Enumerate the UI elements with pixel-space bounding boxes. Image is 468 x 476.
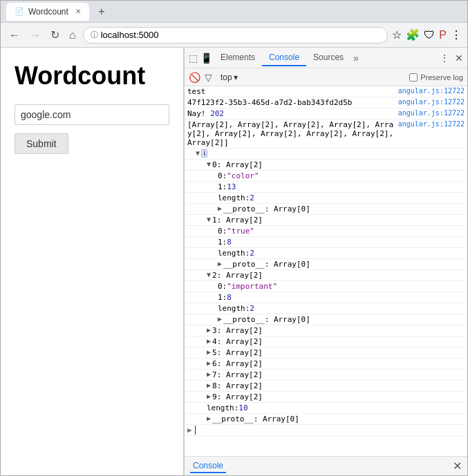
array-item-1: ▼ 1: Array[2] [185,215,467,226]
bottom-console-tab[interactable]: Console [190,459,226,473]
lock-icon: ⓘ [91,30,98,40]
key-label: length: [218,249,250,258]
console-line-uuid: 47f123f2-35b3-465d-a7d2-bab343fd2d5b ang… [185,97,467,108]
extension2-icon[interactable]: 🛡 [424,29,435,41]
address-text: localhost:5000 [101,30,381,40]
submit-button[interactable]: Submit [15,133,68,154]
array-2-length: length: 2 [185,303,467,314]
devtools-inspect-button[interactable]: ⬚ [187,51,199,65]
val-label: 13 [227,182,236,191]
filter-icon[interactable]: ▽ [205,72,212,83]
expand-icon-proto-2[interactable]: ▶ [218,315,222,323]
preserve-log-checkbox[interactable] [409,73,418,82]
forward-button[interactable]: → [27,28,44,43]
val-label: 2 [250,249,254,258]
console-toolbar: 🚫 ▽ top ▾ Preserve log [185,68,467,86]
menu-icon[interactable]: ⋮ [451,28,462,41]
expand-icon-9[interactable]: ▶ [207,392,211,400]
status-code: 202 [210,109,224,118]
bookmark-icon[interactable]: ☆ [392,28,402,41]
key-label: 0: [218,171,227,180]
address-bar[interactable]: ⓘ localhost:5000 [83,27,389,44]
expand-icon-5[interactable]: ▶ [207,348,211,356]
expand-icon-proto-0[interactable]: ▶ [218,204,222,212]
expand-icon-7[interactable]: ▶ [207,370,211,378]
expand-icon-3[interactable]: ▶ [207,326,211,334]
key-label: 1: [218,238,227,247]
array-1-key-0: 0: "true" [185,226,467,237]
clear-console-icon[interactable]: 🚫 [189,72,200,83]
new-tab-button[interactable]: + [93,3,110,20]
tab-elements[interactable]: Elements [214,50,262,66]
tab-close-button[interactable]: ✕ [75,8,81,15]
expand-icon-8[interactable]: ▶ [207,381,211,389]
browser-window: 📄 Wordcount ✕ + ← → ↻ ⌂ ⓘ localhost:5000… [0,0,468,476]
console-source[interactable]: angular.js:12722 [395,87,465,95]
tab-console[interactable]: Console [262,50,306,66]
devtools-tab-bar: ⬚ 📱 Elements Console Sources » ⋮ ✕ [185,48,467,68]
webpage-pane: Wordcount Submit [1,48,184,475]
array-item-9: ▶ 9: Array[2] [185,392,467,403]
expand-icon-6[interactable]: ▶ [207,359,211,367]
proto-label: __proto__: Array[0] [223,260,310,269]
nav-bar: ← → ↻ ⌂ ⓘ localhost:5000 ☆ 🧩 🛡 P ⋮ [1,23,467,48]
array-0-proto: ▶ __proto__: Array[0] [185,204,467,215]
devtools-close-button[interactable]: ✕ [453,51,465,65]
expand-icon-0[interactable]: ▼ [207,160,211,168]
array-index-1: 1: Array[2] [212,216,263,225]
url-input[interactable] [15,104,169,125]
expand-icon-1[interactable]: ▼ [207,216,211,223]
back-button[interactable]: ← [6,28,23,43]
pinterest-icon[interactable]: P [439,29,447,41]
expand-icon-2[interactable]: ▼ [207,271,211,278]
devtools-panel: ⬚ 📱 Elements Console Sources » ⋮ ✕ 🚫 ▽ t… [184,48,467,475]
val-label: "color" [227,171,259,180]
key-label: length: [218,304,250,313]
array-root-length: length: 10 [185,403,467,414]
expand-icon-4[interactable]: ▶ [207,337,211,345]
refresh-button[interactable]: ↻ [48,27,62,43]
array-2-key-0: 0: "important" [185,281,467,292]
home-button[interactable]: ⌂ [66,28,79,43]
key-label: 0: [218,282,227,291]
extension-icon[interactable]: 🧩 [406,28,420,41]
devtools-settings-button[interactable]: ⋮ [438,51,451,65]
bottom-close-button[interactable]: ✕ [453,459,462,473]
context-arrow-icon: ▾ [234,73,238,82]
expand-icon-root-proto[interactable]: ▶ [207,415,211,422]
array-1-proto: ▶ __proto__: Array[0] [185,259,467,270]
array-item-8: ▶ 8: Array[2] [185,381,467,392]
expand-icon-proto-1[interactable]: ▶ [218,260,222,267]
context-selector[interactable]: top ▾ [216,71,242,84]
array-0-length: length: 2 [185,193,467,204]
preserve-log-text: Preserve log [420,73,463,82]
console-source[interactable]: angular.js:12722 [395,98,465,106]
console-source[interactable]: angular.js:12722 [395,120,465,128]
console-text: 47f123f2-35b3-465d-a7d2-bab343fd2d5b [187,98,395,107]
array-badge: ℹ [201,149,207,158]
page-title: Wordcount [15,61,169,91]
tab-title: Wordcount [28,7,68,17]
devtools-device-button[interactable]: 📱 [199,51,214,65]
console-source[interactable]: angular.js:12722 [395,109,465,117]
array-item-5: ▶ 5: Array[2] [185,348,467,359]
console-prompt-line: ▶ [185,425,467,436]
array-1-key-1: 1: 8 [185,237,467,248]
more-tabs-button[interactable]: » [350,50,362,66]
array-2-proto: ▶ __proto__: Array[0] [185,314,467,325]
key-label: length: [207,403,238,412]
devtools-bottom-bar: Console ✕ [185,456,467,475]
expand-icon[interactable]: ▼ [196,149,200,157]
array-item-2: ▼ 2: Array[2] [185,270,467,281]
array-item-0: ▼ 0: Array[2] [185,160,467,171]
cursor [195,426,196,435]
val-label: 8 [227,293,232,302]
tab-sources[interactable]: Sources [306,50,350,66]
proto-label: __proto__: Array[0] [223,204,310,213]
array-index-7: 7: Array[2] [212,370,263,379]
console-line-test: test angular.js:12722 [185,86,467,97]
browser-tab[interactable]: 📄 Wordcount ✕ [6,3,89,21]
val-label: 10 [238,403,247,412]
console-text: test [187,87,395,96]
array-index-4: 4: Array[2] [212,337,263,346]
